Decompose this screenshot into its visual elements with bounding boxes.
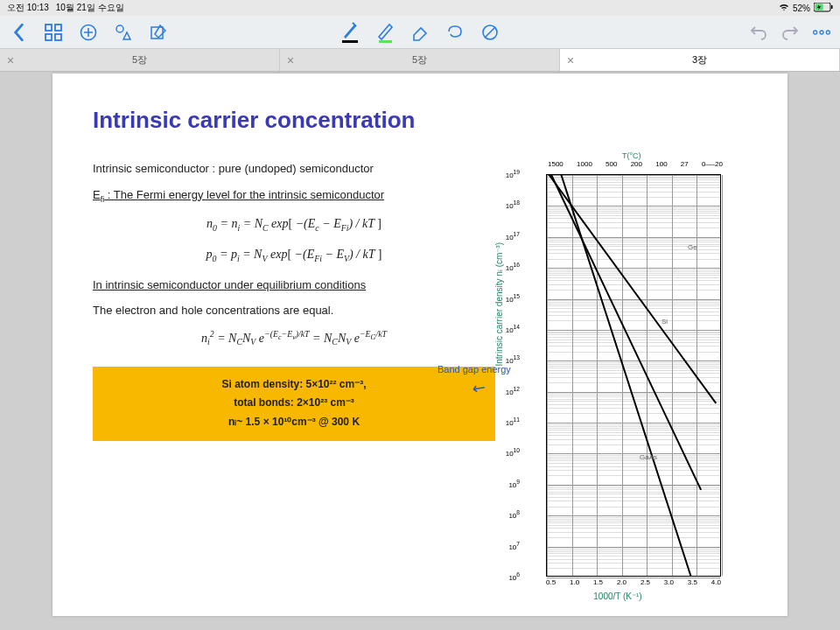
pen-tool[interactable] [340,23,360,42]
battery-icon [814,3,833,14]
status-time: 오전 10:13 [7,2,49,14]
svg-rect-6 [55,34,61,40]
svg-rect-5 [46,34,52,40]
tab-label: 5장 [412,53,427,66]
battery-pct: 52% [793,4,810,13]
tab-0[interactable]: ×5장 [0,49,280,71]
lasso-tool[interactable] [445,23,465,42]
equation: p0 = pi = NV exp[ −(EFi − EV) / kT ] [93,245,495,265]
equation: n0 = ni = NC exp[ −(Ec − EFi) / kT ] [93,214,495,234]
y-axis-label: Intrinsic carrier density nᵢ (cm⁻³) [494,242,504,366]
svg-rect-10 [342,40,358,43]
tab-1[interactable]: ×5장 [280,49,560,71]
grid-icon[interactable] [44,23,63,42]
svg-rect-4 [55,24,61,31]
close-icon[interactable]: × [567,53,574,67]
text-line: The electron and hole concentrations are… [93,302,495,319]
tab-2[interactable]: ×3장 [560,49,840,71]
equation: ni2 = NCNV e−(Ec−Ev)/kT = NCNV e−EG/kT [93,328,495,349]
text-line: Intrinsic semiconductor : pure (undoped)… [93,160,495,178]
wifi-icon [779,3,789,13]
compose-icon[interactable] [149,23,168,42]
status-date: 10월 21일 수요일 [56,2,124,14]
series-label: Si [662,318,668,326]
back-button[interactable] [9,23,28,42]
chart-series [546,174,721,577]
shapes-icon[interactable] [114,23,133,42]
svg-point-14 [820,30,823,33]
svg-point-8 [116,25,123,32]
box-line: total bonds: 2×10²³ cm⁻³ [105,394,483,413]
disable-icon[interactable] [480,23,500,42]
x-axis-ticks: 0.51.01.52.02.53.03.54.0 [546,578,721,586]
more-icon[interactable] [812,23,831,42]
status-bar: 오전 10:13 10월 21일 수요일 52% [0,0,840,16]
series-label: GaAs [640,453,657,461]
tab-bar: ×5장 ×5장 ×3장 [0,49,840,72]
x-axis-label: 1000/T (K⁻¹) [593,592,641,601]
box-line: Si atom density: 5×10²² cm⁻³, [105,375,483,395]
text-line: Efi : The Fermi energy level for the int… [93,186,495,206]
redo-icon[interactable] [780,23,800,42]
highlight-box: Si atom density: 5×10²² cm⁻³, total bond… [93,367,495,441]
tab-label: 5장 [132,53,147,66]
svg-rect-11 [379,40,392,43]
undo-icon[interactable] [749,23,768,42]
top-axis-ticks: T(°C)15001000500200100270—-20 [548,160,723,168]
svg-rect-2 [831,5,833,9]
add-icon[interactable] [79,23,98,42]
close-icon[interactable]: × [287,53,294,67]
svg-rect-3 [46,24,52,31]
tab-label: 3장 [692,53,707,66]
toolbar [0,16,840,49]
content-area[interactable]: Intrinsic carrier concentration Intrinsi… [0,72,840,630]
highlighter-tool[interactable] [375,23,395,42]
text-line: In intrinsic semiconductor under equilib… [93,276,495,294]
svg-point-15 [826,30,830,33]
close-icon[interactable]: × [7,53,14,67]
document-page: Intrinsic carrier concentration Intrinsi… [52,74,788,616]
eraser-tool[interactable] [410,23,430,42]
series-label: Ge [688,243,697,251]
chart: T(°C)15001000500200100270—-20 1019101810… [504,160,732,598]
annotation: Band gap energy [438,364,511,374]
box-line: nᵢ~ 1.5 × 10¹⁰cm⁻³ @ 300 K [105,413,483,432]
svg-point-13 [814,30,817,33]
page-title: Intrinsic carrier concentration [93,107,761,134]
